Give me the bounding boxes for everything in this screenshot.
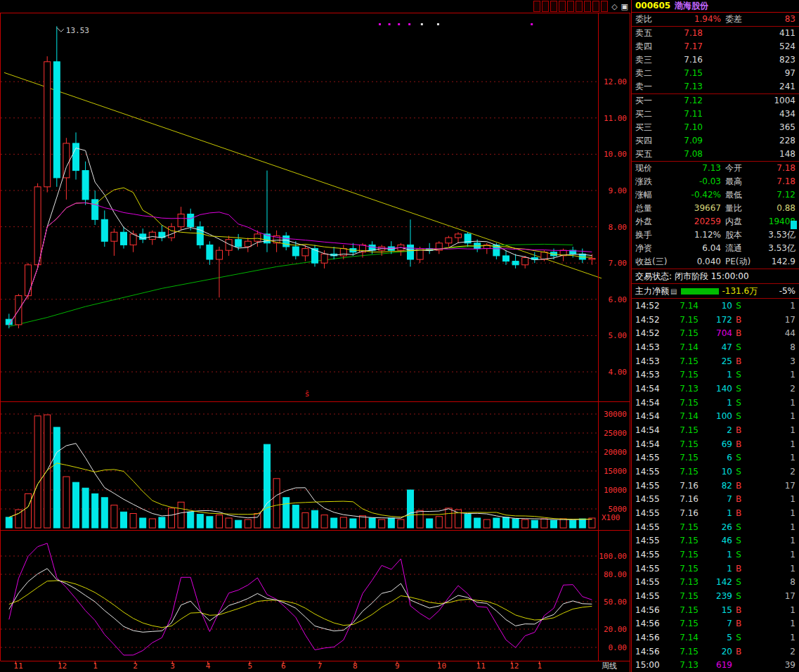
tick-count: 39 — [745, 660, 795, 670]
tick-time: 14:56 — [635, 605, 665, 615]
buy-level-row[interactable]: 买四 7.09 228 — [632, 134, 799, 148]
tick-time: 14:52 — [635, 328, 665, 338]
buy-level-row[interactable]: 买二 7.11 434 — [632, 108, 799, 121]
tick-price: 7.13 — [665, 384, 699, 394]
tick-row[interactable]: 14:55 7.16 7 B 1 — [632, 492, 799, 506]
tick-row[interactable]: 14:54 7.15 1 S 1 — [632, 396, 799, 410]
tick-price: 7.15 — [665, 439, 699, 449]
menu-button[interactable] — [550, 1, 557, 12]
tick-row[interactable]: 14:53 7.14 47 S 8 — [632, 340, 799, 354]
tick-time: 14:55 — [635, 481, 665, 491]
tick-row[interactable]: 14:55 7.15 239 S 17 — [632, 589, 799, 603]
chart-area[interactable]: 12.0011.0010.009.008.007.006.005.004.003… — [0, 0, 631, 672]
menu-button[interactable] — [567, 1, 574, 12]
tick-row[interactable]: 14:56 7.15 20 B 2 — [632, 645, 799, 659]
tick-price: 7.13 — [665, 660, 699, 670]
tick-row[interactable]: 14:55 7.13 142 S 8 — [632, 575, 799, 589]
info-label-left: 净资 — [635, 242, 663, 255]
tick-time: 14:55 — [635, 577, 665, 587]
tick-row[interactable]: 14:54 7.15 2 B 1 — [632, 423, 799, 437]
window-icon[interactable]: ▣ — [621, 2, 628, 11]
tick-volume: 6 — [699, 453, 732, 463]
menu-button[interactable] — [576, 1, 583, 12]
tick-row[interactable]: 14:52 7.14 10 S 1 — [632, 299, 799, 313]
info-value-left: -0.03 — [663, 175, 721, 188]
trade-status-value: 闭市阶段 15:00:00 — [675, 271, 749, 281]
menu-button[interactable] — [533, 1, 540, 12]
buy-level-row[interactable]: 买三 7.10 365 — [632, 121, 799, 134]
info-label-right: 最低 — [725, 188, 758, 202]
buy-level-row[interactable]: 买一 7.12 1004 — [632, 94, 799, 108]
tick-row[interactable]: 14:55 7.15 1 B 1 — [632, 562, 799, 576]
tick-row[interactable]: 14:54 7.15 69 B 1 — [632, 437, 799, 451]
menu-button-group — [533, 1, 608, 12]
main-flow-row[interactable]: 主力净额 ▤ -131.6万 -5% — [632, 284, 799, 298]
weibi-label: 委比 — [635, 13, 663, 26]
quote-info-row: 外盘 20259 内盘 19408 — [632, 215, 799, 228]
tick-time: 14:54 — [635, 398, 665, 408]
menu-button[interactable] — [584, 1, 591, 12]
tick-count: 1 — [745, 411, 795, 421]
sell-level-row[interactable]: 卖二 7.15 97 — [632, 67, 799, 80]
menu-button[interactable] — [542, 1, 549, 12]
tick-volume: 69 — [699, 439, 732, 449]
info-value-left: 20259 — [663, 215, 721, 228]
tick-direction: S — [732, 384, 745, 394]
tick-time: 14:56 — [635, 647, 665, 657]
tick-row[interactable]: 14:55 7.16 82 B 17 — [632, 479, 799, 493]
sell-level-row[interactable]: 卖五 7.18 411 — [632, 27, 799, 40]
svg-text:10.00: 10.00 — [604, 150, 627, 159]
info-label-left: 涨跌 — [635, 175, 663, 188]
svg-text:25000: 25000 — [604, 429, 627, 438]
tick-count: 17 — [745, 481, 795, 491]
svg-text:100.00: 100.00 — [599, 552, 627, 561]
tick-direction: S — [732, 550, 745, 560]
svg-text:3: 3 — [170, 661, 175, 671]
tick-row[interactable]: 14:56 7.15 7 B 1 — [632, 616, 799, 631]
tick-row[interactable]: 14:54 7.14 100 S 1 — [632, 409, 799, 423]
quote-info-grid: 现价 7.13 今开 7.18 涨跌 -0.03 最高 7.18 涨幅 -0.4… — [632, 162, 799, 269]
tick-row[interactable]: 14:55 7.15 6 S 1 — [632, 451, 799, 465]
sell-level-row[interactable]: 卖四 7.17 524 — [632, 40, 799, 53]
menu-button[interactable] — [592, 1, 599, 12]
quote-info-row: 收益(三) 0.040 PE(动) 142.9 — [632, 255, 799, 269]
tick-list[interactable]: 14:52 7.14 10 S 1 14:52 7.15 172 B 17 14… — [632, 299, 799, 672]
tick-row[interactable]: 14:53 7.15 1 S 1 — [632, 368, 799, 382]
buy-level-row[interactable]: 买五 7.08 148 — [632, 148, 799, 161]
sell-ladder: 卖五 7.18 411 卖四 7.17 524 卖三 7.16 823 卖二 7… — [632, 27, 799, 93]
menu-button[interactable] — [601, 1, 608, 12]
tick-row[interactable]: 14:54 7.13 140 S 2 — [632, 382, 799, 396]
diamond-icon[interactable]: ◇ — [611, 2, 617, 11]
buy-level-label: 买二 — [635, 108, 663, 121]
tick-price: 7.15 — [665, 425, 699, 435]
sell-level-row[interactable]: 卖一 7.13 241 — [632, 80, 799, 93]
tick-volume: 619 — [699, 660, 732, 670]
tick-direction: S — [732, 411, 745, 421]
tick-row[interactable]: 14:52 7.15 172 B 17 — [632, 313, 799, 327]
info-label-left: 涨幅 — [635, 188, 663, 202]
sell-level-row[interactable]: 卖三 7.16 823 — [632, 53, 799, 67]
sell-level-volume: 97 — [703, 67, 795, 80]
tick-time: 14:54 — [635, 384, 665, 394]
tick-row[interactable]: 14:56 7.14 5 S 1 — [632, 631, 799, 645]
tick-price: 7.15 — [665, 370, 699, 380]
tick-row[interactable]: 15:00 7.13 619 39 — [632, 658, 799, 672]
sell-level-volume: 823 — [703, 53, 795, 67]
tick-row[interactable]: 14:55 7.15 46 S 1 — [632, 534, 799, 548]
tick-row[interactable]: 14:55 7.15 10 S 2 — [632, 465, 799, 479]
weibi-value: 1.94% — [663, 13, 721, 26]
tick-price: 7.15 — [665, 550, 699, 560]
tick-volume: 5 — [699, 633, 732, 642]
tick-volume: 20 — [699, 647, 732, 657]
tick-row[interactable]: 14:52 7.15 704 B 44 — [632, 326, 799, 340]
menu-button[interactable] — [559, 1, 566, 12]
tick-row[interactable]: 14:55 7.16 1 B 1 — [632, 506, 799, 520]
tick-direction: S — [732, 591, 745, 601]
tick-count: 1 — [745, 550, 795, 560]
tick-row[interactable]: 14:55 7.15 26 S 1 — [632, 520, 799, 534]
tick-row[interactable]: 14:56 7.15 15 B 1 — [632, 603, 799, 617]
sell-level-label: 卖五 — [635, 27, 663, 40]
tick-price: 7.15 — [665, 398, 699, 408]
tick-row[interactable]: 14:55 7.15 1 S 1 — [632, 548, 799, 562]
tick-row[interactable]: 14:53 7.15 25 B 3 — [632, 354, 799, 368]
